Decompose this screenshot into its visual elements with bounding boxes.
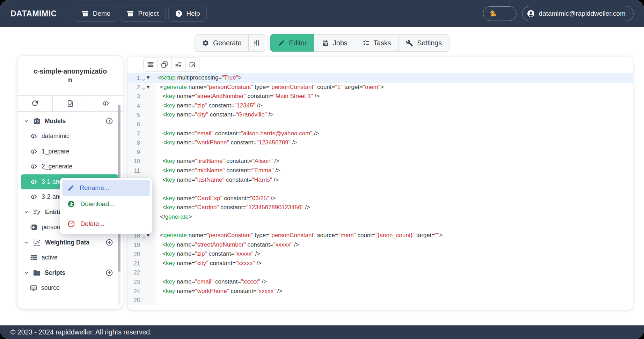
code-text[interactable] — [155, 148, 158, 157]
code-line-19[interactable]: 19<key name="streetAndNumber" constant="… — [127, 240, 633, 250]
fold-triangle-icon[interactable]: ▼ — [147, 73, 149, 83]
code-line-15[interactable]: 15<key name="Cardno" constant="123456789… — [127, 203, 633, 212]
code-text[interactable]: <key name="Cardno" constant="12345678901… — [155, 203, 310, 212]
tab-settings[interactable]: Settings — [398, 34, 449, 52]
code-text[interactable] — [155, 268, 158, 277]
code-line-21[interactable]: 21<key name="city" constant="xxxxx" /> — [127, 259, 633, 268]
sidebar-action-refresh-button[interactable] — [17, 96, 53, 111]
menu-item-delete[interactable]: Delete... — [62, 216, 150, 232]
code-line-7[interactable]: 7<key name="email" constant="alison.harr… — [127, 129, 633, 138]
sidebar-action-file-check-button[interactable] — [53, 96, 88, 111]
add-scripts-button[interactable] — [105, 269, 113, 277]
code-text[interactable] — [155, 120, 158, 129]
tab-label: Tasks — [374, 39, 391, 47]
code-text[interactable]: <key name="city" constant="xxxxx" /> — [155, 259, 262, 268]
fold-chevron-icon[interactable] — [141, 85, 146, 89]
code-text[interactable] — [155, 222, 158, 231]
code-text[interactable]: <key name="email" constant="alison.harri… — [155, 129, 319, 138]
code-line-4[interactable]: 4<key name="zip" constant="12345" /> — [127, 101, 633, 111]
weather-toggle-button[interactable] — [483, 6, 517, 21]
tab-editor[interactable]: Editor — [270, 34, 314, 52]
code-text[interactable] — [155, 184, 158, 194]
code-line-3[interactable]: 3<key name="streetAndNumber" constant="M… — [127, 92, 633, 101]
xml-punct: target= — [343, 84, 363, 90]
nav-help-button[interactable]: ?Help — [168, 6, 207, 22]
code-line-18[interactable]: 18▼<generate name="personConstant" type=… — [127, 231, 633, 240]
code-text[interactable]: <key name="zip" constant="xxxxx" /> — [155, 249, 260, 259]
code-text[interactable]: <generate name="personConstant" type="pe… — [155, 83, 384, 92]
sidebar-item-active[interactable]: active — [21, 250, 118, 265]
code-line-1[interactable]: 1▼<setup multiprocessing="True"> — [127, 73, 633, 83]
menu-item-rename[interactable]: Rename... — [62, 180, 150, 196]
code-text[interactable]: <key name="workPhone" constant="12345678… — [155, 138, 297, 148]
code-line-6[interactable]: 6 — [127, 120, 633, 129]
code-line-10[interactable]: 10<key name="firstName" constant="Alison… — [127, 157, 633, 166]
code-area[interactable]: 1▼<setup multiprocessing="True">2▼<gener… — [127, 73, 633, 310]
code-line-11[interactable]: 11<key name="midName" constant="Emma" /> — [127, 166, 633, 175]
code-line-16[interactable]: 16</generate> — [127, 212, 633, 222]
code-text[interactable]: <key name="streetAndNumber" constant="xx… — [155, 240, 299, 250]
code-text[interactable]: <key name="streetAndNumber" constant="Ma… — [155, 92, 320, 101]
add-models-button[interactable] — [105, 117, 113, 125]
code-line-13[interactable]: 13 — [127, 184, 633, 194]
code-text[interactable]: <key name="firstName" constant="Alison" … — [155, 157, 279, 166]
brand-logo: DATAMIMIC — [10, 9, 57, 18]
pencil-icon — [278, 39, 285, 46]
sidebar-section-scripts[interactable]: Scripts — [21, 265, 118, 281]
code-text[interactable]: <key name="email" constant="xxxxx" /> — [155, 277, 267, 287]
code-line-5[interactable]: 5<key name="city" constant="Grandville" … — [127, 110, 633, 120]
code-line-14[interactable]: 14<key name="CardExp" constant="03/25" /… — [127, 194, 633, 203]
code-line-17[interactable]: 17 — [127, 222, 633, 231]
code-line-22[interactable]: 22 — [127, 268, 633, 277]
sidebar-item-source[interactable]: SQLsource — [21, 280, 118, 296]
fold-chevron-icon[interactable] — [141, 76, 146, 80]
line-number: 19 — [127, 240, 140, 250]
xml-punct: < — [162, 158, 166, 164]
sidebar-item-2-generate[interactable]: 2_generate — [21, 159, 118, 174]
editor-tool-clear-x-button[interactable] — [171, 58, 185, 71]
sidebar-section-weighting-data[interactable]: Weighting Data — [21, 235, 118, 250]
line-number: 9 — [127, 148, 140, 157]
nav-demo-button[interactable]: Demo — [75, 6, 117, 22]
code-text[interactable]: <key name="zip" constant="12345" /> — [155, 101, 262, 111]
editor-tool-edit-square-button[interactable] — [185, 58, 199, 71]
code-text[interactable]: <key name="CardExp" constant="03/25" /> — [155, 194, 276, 203]
sidebar-item-datamimic[interactable]: datamimic — [21, 129, 118, 144]
editor-tool-copy-button[interactable] — [157, 58, 171, 71]
sidebar-item-1-prepare[interactable]: 1_prepare — [21, 144, 118, 159]
generate-button[interactable]: Generate — [195, 34, 249, 52]
code-text[interactable] — [155, 296, 158, 305]
fold-triangle-icon[interactable]: ▼ — [147, 83, 149, 92]
code-line-2[interactable]: 2▼<generate name="personConstant" type="… — [127, 83, 633, 92]
code-line-25[interactable]: 25 — [127, 296, 633, 305]
code-text[interactable]: <key name="city" constant="Grandville" /… — [155, 110, 273, 120]
folder-icon — [33, 269, 41, 277]
xml-tag: key — [166, 195, 175, 202]
sidebar-action-code-button[interactable] — [88, 96, 123, 111]
code-line-12[interactable]: 12<key name="lastName" constant="Harris"… — [127, 175, 633, 185]
code-text[interactable]: <key name="midName" constant="Emma" /> — [155, 166, 280, 175]
tab-tasks[interactable]: Tasks — [355, 34, 399, 52]
account-button[interactable]: datamimic@rapiddweller.com — [522, 6, 634, 21]
code-line-8[interactable]: 8<key name="workPhone" constant="1234567… — [127, 138, 633, 148]
code-line-20[interactable]: 20<key name="zip" constant="xxxxx" /> — [127, 249, 633, 259]
code-line-23[interactable]: 23<key name="email" constant="xxxxx" /> — [127, 277, 633, 287]
xml-punct: /> — [312, 130, 319, 137]
code-text[interactable]: </generate> — [155, 212, 192, 222]
add-weighting-data-button[interactable] — [105, 239, 113, 246]
code-text[interactable]: <key name="lastName" constant="Harris" /… — [155, 175, 279, 185]
nav-project-button[interactable]: Project — [120, 6, 165, 22]
code-text[interactable]: <setup multiprocessing="True"> — [155, 73, 242, 83]
code-text[interactable]: <generate name="personConstant" type="pe… — [155, 231, 442, 240]
xml-string: "city" — [195, 111, 208, 118]
code-text[interactable]: <key name="workPhone" constant="xxxxx" /… — [155, 287, 283, 296]
sidebar-section-models[interactable]: Models — [21, 114, 118, 129]
tab-jobs[interactable]: Jobs — [314, 34, 355, 52]
xml-string: "123456789" — [257, 139, 291, 146]
code-line-9[interactable]: 9 — [127, 148, 633, 157]
calendar-icon — [322, 39, 329, 47]
menu-item-download[interactable]: Download... — [62, 196, 150, 212]
code-line-24[interactable]: 24<key name="workPhone" constant="xxxxx"… — [127, 287, 633, 296]
editor-tool-justify-button[interactable] — [143, 58, 158, 71]
generate-options-button[interactable] — [249, 34, 265, 52]
